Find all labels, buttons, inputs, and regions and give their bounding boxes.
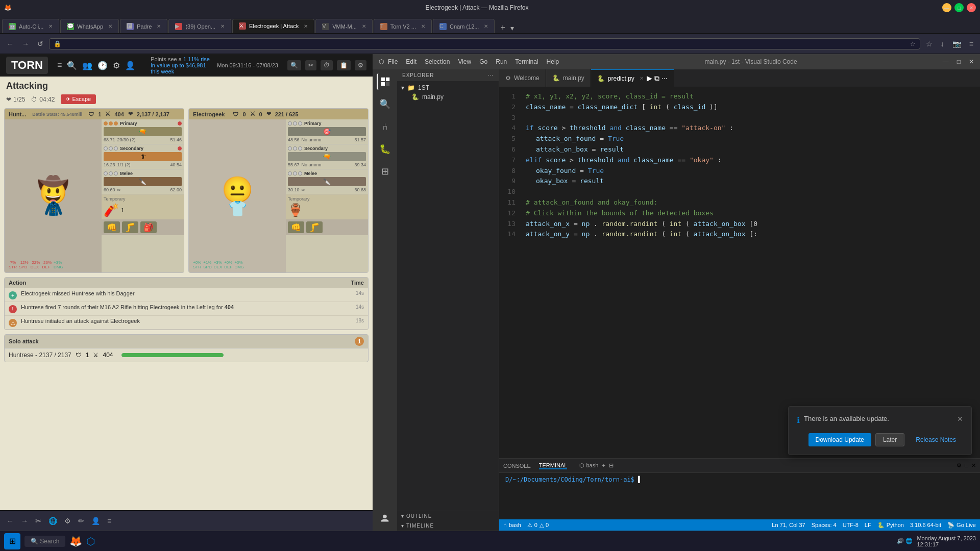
terminal-maximize-icon[interactable]: □ (965, 462, 968, 469)
terminal-add-icon[interactable]: + (602, 462, 605, 468)
toolbar-btn-5[interactable]: ⚙ (62, 515, 74, 527)
menu-edit[interactable]: Edit (406, 58, 416, 65)
toolbar-btn-1[interactable]: ← (4, 515, 16, 527)
outline-header[interactable]: ▾ OUTLINE (397, 511, 499, 521)
tab-predictpy[interactable]: 🐍 predict.py ✕ ▶ ⧉ ··· (591, 69, 674, 87)
torn-tool-3[interactable]: ⏱ (321, 60, 333, 70)
activity-avatar[interactable] (377, 510, 393, 527)
status-branch[interactable]: ⑃ bash (503, 522, 521, 528)
start-button[interactable]: ⊞ (4, 533, 20, 549)
sidebar-root[interactable]: ▾ 📁 1ST (397, 83, 499, 92)
torn-settings-icon[interactable]: ⚙ (113, 61, 120, 70)
split-icon[interactable]: ⧉ (654, 74, 659, 83)
tab-padre[interactable]: 🅿Padre✕ (120, 19, 167, 33)
menu-selection[interactable]: Selection (425, 58, 450, 65)
status-language[interactable]: 🐍 Python (877, 522, 904, 529)
status-errors[interactable]: ⚠ 0 △ 0 (527, 522, 549, 529)
update-close-button[interactable]: ✕ (957, 415, 963, 423)
new-tab-button[interactable]: + (498, 22, 507, 33)
terminal-close-icon[interactable]: ✕ (971, 462, 976, 469)
toolbar-btn-7[interactable]: 👤 (89, 515, 103, 527)
activity-search[interactable]: 🔍 (377, 96, 393, 112)
torn-clock-icon[interactable]: 🕐 (97, 61, 108, 70)
hunter-actions[interactable]: 👊 🦵 🎒 (102, 219, 184, 235)
escape-button[interactable]: ✈ Escape (61, 94, 96, 104)
activity-git[interactable]: ⑃ (377, 118, 393, 135)
activity-explorer[interactable] (377, 73, 393, 90)
menu-file[interactable]: File (388, 58, 398, 65)
hunter-item-btn[interactable]: 🎒 (140, 221, 157, 233)
torn-tool-5[interactable]: ⚙ (355, 60, 366, 70)
status-spaces[interactable]: Spaces: 4 (812, 522, 837, 529)
terminal-tab[interactable]: TERMINAL (539, 462, 568, 469)
vscode-minimize[interactable]: — (943, 58, 949, 65)
tab-whatsapp[interactable]: 💬WhatsApp✕ (60, 19, 119, 33)
address-bar[interactable]: 🔒 https://www.torn.com/loader.php?sid=at… (49, 38, 920, 49)
reload-button[interactable]: ↺ (35, 39, 46, 49)
tab-electrogeek[interactable]: ⚔Electrogeek | Attack✕ (232, 19, 314, 33)
bookmark-button[interactable]: ☆ (923, 39, 935, 49)
toolbar-btn-3[interactable]: ✂ (33, 515, 44, 527)
tab-vmm[interactable]: VVMM-M...✕ (315, 19, 373, 33)
eg-punch-btn[interactable]: 👊 (288, 221, 304, 233)
toolbar-btn-4[interactable]: 🌐 (46, 515, 60, 527)
menu-view[interactable]: View (458, 58, 471, 65)
screenshot-button[interactable]: 📷 (950, 39, 964, 49)
close-button[interactable]: ✕ (967, 3, 976, 12)
menu-help[interactable]: Help (547, 58, 559, 65)
tab-39open[interactable]: ▶(39) Open...✕ (168, 19, 231, 33)
torn-friends-icon[interactable]: 👥 (82, 61, 92, 70)
menu-terminal[interactable]: Terminal (515, 58, 538, 65)
menu-run[interactable]: Run (496, 58, 507, 65)
taskbar-vscode[interactable]: ⬡ (86, 535, 95, 547)
hunter-punch-btn[interactable]: 👊 (104, 221, 120, 233)
tab-cnam[interactable]: CCnam (12...✕ (433, 19, 495, 33)
sidebar-mainpy[interactable]: 🐍 main.py (397, 92, 499, 102)
status-ln-col[interactable]: Ln 71, Col 37 (772, 522, 805, 529)
terminal-split-icon[interactable]: ⊟ (609, 462, 614, 468)
tab-autoclicker[interactable]: 🤖Auto-Cli...✕ (2, 19, 59, 33)
tab-mainpy[interactable]: 🐍 main.py (546, 69, 591, 87)
eg-kick-btn[interactable]: 🦵 (306, 221, 323, 233)
torn-tool-4[interactable]: 📋 (337, 60, 351, 70)
status-line-ending[interactable]: LF (865, 522, 871, 529)
hunter-kick-btn[interactable]: 🦵 (122, 221, 138, 233)
more-icon[interactable]: ··· (662, 74, 668, 83)
status-live[interactable]: 📡 Go Live (947, 522, 976, 529)
code-content[interactable]: # x1, y1, x2, y2, score, class_id = resu… (520, 87, 980, 458)
tab-list-button[interactable]: ▾ (508, 23, 517, 33)
tab-torn[interactable]: TTorn V2 ...✕ (374, 19, 432, 33)
torn-tool-2[interactable]: ✂ (305, 60, 316, 70)
sidebar-dots[interactable]: ··· (488, 72, 494, 78)
vscode-close[interactable]: ✕ (969, 58, 974, 65)
toolbar-btn-2[interactable]: → (18, 515, 31, 527)
torn-search-icon[interactable]: 🔍 (67, 61, 77, 70)
status-encoding[interactable]: UTF-8 (843, 522, 859, 529)
back-button[interactable]: ← (4, 39, 16, 49)
terminal-body[interactable]: D/~:/Documents/COding/Torn/torn-ai$ ▌ (499, 473, 980, 519)
activity-debug[interactable]: 🐛 (377, 141, 393, 157)
console-tab[interactable]: CONSOLE (503, 463, 531, 469)
maximize-button[interactable]: □ (954, 3, 964, 12)
toolbar-btn-8[interactable]: ≡ (105, 515, 114, 527)
torn-profile-icon[interactable]: 👤 (125, 61, 135, 70)
release-notes-button[interactable]: Release Notes (909, 433, 963, 446)
minimize-button[interactable]: — (942, 3, 951, 12)
toolbar-btn-6[interactable]: ✏ (76, 515, 87, 527)
terminal-settings-icon[interactable]: ⚙ (957, 462, 962, 469)
url-input[interactable]: https://www.torn.com/loader.php?sid=atta… (63, 40, 908, 47)
later-button[interactable]: Later (875, 433, 904, 446)
download-update-button[interactable]: Download Update (808, 433, 871, 446)
status-version[interactable]: 3.10.6 64-bit (910, 522, 941, 529)
forward-button[interactable]: → (19, 39, 32, 49)
download-button[interactable]: ↓ (938, 39, 947, 49)
taskbar-firefox[interactable]: 🦊 (69, 535, 82, 547)
torn-logo[interactable]: TORN (6, 57, 48, 74)
nav-options-button[interactable]: ≡ (967, 39, 976, 49)
timeline-header[interactable]: ▾ TIMELINE (397, 521, 499, 531)
vscode-maximize[interactable]: □ (957, 58, 961, 65)
menu-go[interactable]: Go (479, 58, 487, 65)
tab-welcome[interactable]: ⚙ Welcome (499, 69, 546, 87)
torn-tool-1[interactable]: 🔍 (287, 60, 301, 70)
activity-extensions[interactable]: ⊞ (377, 163, 393, 180)
